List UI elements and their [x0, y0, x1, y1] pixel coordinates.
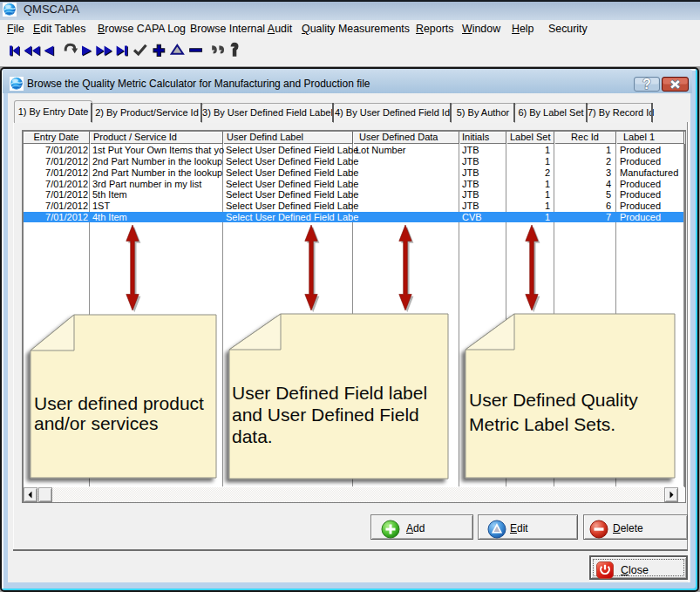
svg-text:?: ? [642, 77, 651, 92]
